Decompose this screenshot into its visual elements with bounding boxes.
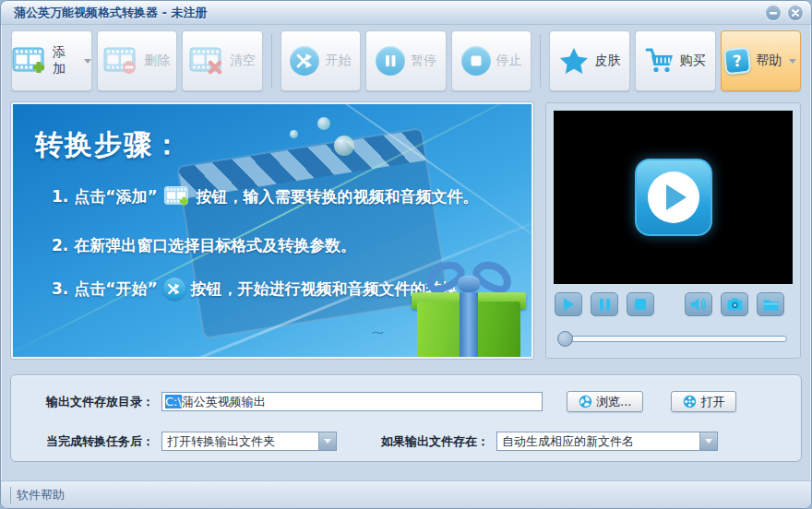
pause-icon (376, 46, 405, 76)
toolbar: 添加 删除 (1, 25, 811, 99)
file-exists-label: 如果输出文件存在： (381, 433, 489, 450)
film-remove-icon (103, 46, 138, 76)
preview-play-button[interactable] (635, 159, 712, 236)
help-button-label: 帮助 (756, 53, 782, 69)
video-preview (554, 111, 793, 284)
start-button[interactable]: 开始 (281, 30, 362, 91)
pause-button[interactable]: 暂停 (365, 30, 447, 91)
film-add-icon (163, 185, 191, 207)
toolbar-separator (540, 34, 541, 88)
main-area: 转换步骤： 1. 点击“添加” 按钮，输入需要转换的视频和音频文件。 2. 在新… (1, 99, 811, 366)
film-reel-icon (683, 395, 697, 408)
open-button-label: 打开 (700, 394, 724, 410)
player-controls (554, 292, 793, 316)
snapshot-icon (727, 298, 743, 311)
seek-track[interactable] (563, 336, 787, 342)
instructions-panel: 转换步骤： 1. 点击“添加” 按钮，输入需要转换的视频和音频文件。 2. 在新… (11, 102, 533, 359)
output-dir-value: 蒲公英视频输出 (182, 394, 266, 410)
preview-panel (545, 102, 801, 359)
step2-text: 2. 在新弹出窗口选择目标格式及转换参数。 (52, 235, 356, 256)
bubble-graphic (290, 130, 298, 138)
pause-icon (600, 299, 610, 311)
step1-text-post: 按钮，输入需要转换的视频和音频文件。 (197, 186, 479, 207)
star-icon (559, 47, 589, 75)
gift-box-graphic (400, 250, 533, 359)
buy-button[interactable]: 购买 (635, 30, 716, 91)
seek-bar (557, 331, 789, 346)
convert-icon (163, 278, 185, 300)
film-clear-icon (189, 46, 224, 76)
cart-icon (645, 48, 675, 74)
open-button[interactable]: 打开 (671, 391, 736, 412)
browse-button-label: 浏览... (596, 394, 631, 410)
minimize-icon (769, 8, 778, 18)
toolbar-separator (271, 34, 272, 88)
chevron-down-icon (699, 432, 717, 450)
pinwheel-icon (579, 395, 592, 408)
skin-button-label: 皮肤 (594, 53, 620, 69)
remove-button[interactable]: 删除 (97, 30, 178, 91)
app-window: 蒲公英万能视频格式转换器 - 未注册 (0, 0, 812, 509)
instruction-step-2: 2. 在新弹出窗口选择目标格式及转换参数。 (52, 235, 356, 256)
stop-icon (461, 46, 491, 76)
window-title: 蒲公英万能视频格式转换器 - 未注册 (14, 5, 207, 21)
stop-button[interactable]: 停止 (451, 30, 532, 91)
instructions-title: 转换步骤： (35, 126, 183, 164)
stop-button-label: 停止 (496, 53, 522, 69)
output-dir-input[interactable]: C:\ 蒲公英视频输出 (161, 392, 543, 411)
chevron-down-icon (318, 432, 336, 450)
clear-button[interactable]: 清空 (182, 30, 263, 91)
add-button-label: 添加 (53, 44, 77, 77)
after-task-select[interactable]: 打开转换输出文件夹 (161, 432, 337, 451)
player-stop-button[interactable] (627, 292, 654, 316)
settings-wrap: 输出文件存放目录： C:\ 蒲公英视频输出 (1, 366, 811, 462)
chevron-down-icon (789, 59, 796, 64)
bubble-graphic (317, 117, 330, 130)
gift-ribbon (460, 292, 478, 359)
clear-button-label: 清空 (230, 53, 256, 69)
window-controls (765, 5, 804, 21)
player-folder-button[interactable] (757, 292, 784, 316)
step3-text-pre: 3. 点击“开始” (52, 278, 158, 300)
folder-icon (763, 298, 779, 311)
close-icon (791, 8, 800, 18)
play-icon (648, 172, 699, 223)
browse-button[interactable]: 浏览... (567, 391, 643, 412)
after-task-value: 打开转换输出文件夹 (162, 433, 318, 450)
options-row: 当完成转换任务后： 打开转换输出文件夹 如果输出文件存在： 自动生成相应的新文件… (46, 432, 784, 451)
add-button[interactable]: 添加 (11, 30, 92, 91)
player-volume-button[interactable] (685, 292, 712, 316)
after-task-label: 当完成转换任务后： (46, 433, 154, 450)
seek-handle[interactable] (557, 331, 573, 347)
instruction-step-1: 1. 点击“添加” 按钮，输入需要转换的视频和音频文件。 (52, 185, 479, 207)
bird-graphic: ～ (368, 324, 388, 341)
volume-icon (690, 297, 707, 312)
help-button[interactable]: ? 帮助 (721, 30, 802, 91)
start-button-label: 开始 (325, 53, 351, 69)
status-bar: 软件帮助 (1, 480, 811, 508)
pause-button-label: 暂停 (411, 53, 436, 69)
convert-icon (290, 46, 319, 76)
question-icon: ? (723, 47, 752, 76)
output-dir-value-selected: C:\ (165, 395, 182, 408)
output-settings-panel: 输出文件存放目录： C:\ 蒲公英视频输出 (10, 374, 802, 462)
chevron-down-icon (84, 59, 91, 64)
remove-button-label: 删除 (144, 53, 170, 69)
output-dir-row: 输出文件存放目录： C:\ 蒲公英视频输出 (46, 391, 784, 412)
play-icon (564, 298, 574, 311)
player-play-button[interactable] (555, 292, 582, 316)
film-add-icon (12, 46, 47, 76)
skin-button[interactable]: 皮肤 (549, 30, 630, 91)
file-exists-value: 自动生成相应的新文件名 (497, 433, 699, 450)
step1-text-pre: 1. 点击“添加” (52, 186, 158, 207)
player-snapshot-button[interactable] (721, 292, 748, 316)
buy-button-label: 购买 (680, 53, 706, 69)
minimize-button[interactable] (765, 5, 782, 21)
stop-icon (635, 299, 646, 310)
player-pause-button[interactable] (591, 292, 618, 316)
close-button[interactable] (787, 5, 804, 21)
bubble-graphic (334, 136, 354, 156)
output-dir-label: 输出文件存放目录： (46, 394, 154, 410)
gift-knot (458, 276, 480, 292)
file-exists-select[interactable]: 自动生成相应的新文件名 (496, 432, 718, 451)
